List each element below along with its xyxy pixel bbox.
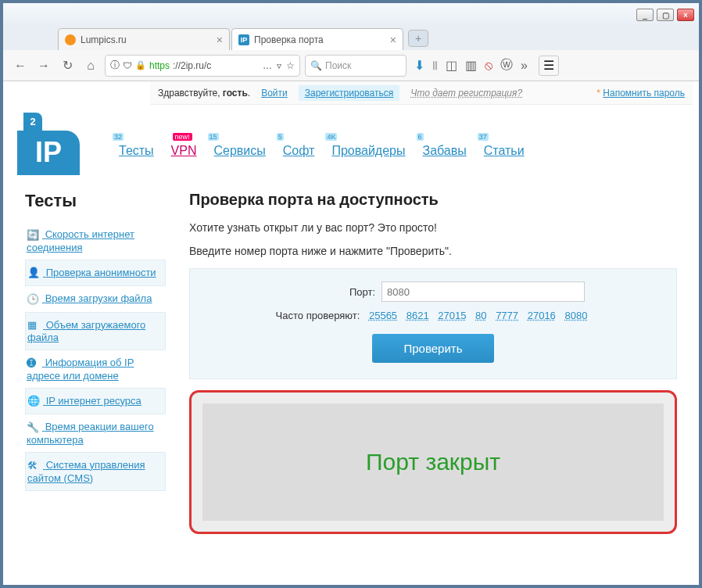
auth-bar: Здравствуйте, гость. Войти Зарегистриров… (150, 81, 693, 105)
site-header: 2 IP 32Тесты new!VPN 15Сервисы 5Софт 4KП… (9, 105, 693, 191)
noscript-icon[interactable]: ⦸ (485, 59, 492, 73)
maximize-button[interactable]: ▢ (657, 9, 674, 21)
site-logo[interactable]: 2 IP (17, 113, 95, 175)
containers-icon[interactable]: ▥ (465, 58, 477, 73)
forward-button[interactable]: → (34, 56, 53, 75)
close-icon[interactable]: × (390, 34, 396, 46)
close-icon[interactable]: × (217, 34, 223, 46)
port-link[interactable]: 7777 (496, 310, 518, 321)
minimize-button[interactable]: _ (636, 9, 654, 21)
port-form: Порт: Часто проверяют: 25565 8621 27015 … (189, 268, 677, 379)
anon-icon: 👤 (27, 267, 40, 279)
overflow-icon[interactable]: » (521, 59, 528, 73)
2ip-icon: IP (238, 34, 249, 45)
clock-icon: 🕒 (27, 293, 39, 306)
home-button[interactable]: ⌂ (81, 56, 100, 75)
tab-label: Lumpics.ru (81, 34, 127, 45)
pocket-icon[interactable]: ▿ (277, 60, 281, 71)
gears-icon: 🔧 (27, 421, 39, 434)
sidebar-item-downloadtime[interactable]: 🕒 Время загрузки файла (25, 286, 166, 312)
sidebar-item-anonymity[interactable]: 👤 Проверка анонимности (25, 260, 166, 287)
main-nav: 32Тесты new!VPN 15Сервисы 5Софт 4KПровай… (119, 113, 525, 158)
result-text: Порт закрыт (366, 449, 500, 475)
often-label: Часто проверяют: (276, 310, 360, 321)
main-content: Проверка порта на доступность Хотите узн… (189, 191, 677, 534)
port-label: Порт: (281, 286, 375, 298)
search-bar[interactable]: 🔍 Поиск (305, 55, 407, 77)
library-icon[interactable]: ⫴ (432, 59, 438, 73)
sidebar: Тесты 🔄 Скорость интернет соединения 👤 П… (25, 191, 166, 534)
search-icon: 🔍 (310, 60, 322, 71)
port-link[interactable]: 27015 (438, 310, 466, 321)
check-button[interactable]: Проверить (372, 334, 493, 363)
tab-port-check[interactable]: IP Проверка порта × (231, 28, 403, 50)
remind-password-link[interactable]: Напомнить пароль (603, 88, 685, 99)
nav-articles[interactable]: 37Статьи (484, 144, 525, 158)
sidebar-item-siteip[interactable]: 🌐 IP интернет ресурса (25, 388, 166, 415)
sidebar-item-reaction[interactable]: 🔧 Время реакции вашего компьютера (25, 414, 166, 452)
what-gives-link[interactable]: Что дает регистрация? (410, 88, 522, 99)
speed-icon: 🔄 (27, 229, 39, 242)
nav-fun[interactable]: 6Забавы (423, 144, 467, 158)
menu-button[interactable]: ☰ (539, 56, 559, 76)
back-button[interactable]: ← (11, 56, 30, 75)
logo-top: 2 (23, 113, 42, 131)
cms-icon: 🛠 (27, 460, 40, 472)
tab-strip: Lumpics.ru × IP Проверка порта × + (3, 27, 699, 50)
close-button[interactable]: × (677, 9, 694, 21)
info-icon[interactable]: ⓘ (110, 59, 120, 72)
register-link[interactable]: Зарегистрироваться (299, 85, 399, 101)
nav-services[interactable]: 15Сервисы (214, 144, 266, 158)
nav-soft[interactable]: 5Софт (283, 144, 315, 158)
nav-providers[interactable]: 4KПровайдеры (331, 144, 405, 158)
sidebar-icon[interactable]: ◫ (446, 58, 457, 73)
search-placeholder: Поиск (325, 60, 351, 71)
port-link[interactable]: 8621 (407, 310, 429, 321)
ip-icon: 🅘 (27, 357, 39, 370)
sidebar-item-cms[interactable]: 🛠 Система управления сайтом (CMS) (25, 452, 166, 491)
file-icon: ▦ (27, 319, 40, 332)
window-titlebar: _ ▢ × (3, 3, 699, 27)
page-title: Проверка порта на доступность (189, 191, 677, 209)
sidebar-title: Тесты (25, 191, 166, 211)
sidebar-item-speed[interactable]: 🔄 Скорость интернет соединения (25, 222, 166, 260)
lock-icon: 🔒 (135, 60, 146, 70)
url-host: ://2ip.ru/c (173, 60, 211, 71)
port-input[interactable] (381, 281, 585, 302)
address-bar[interactable]: ⓘ 🛡 🔒 https://2ip.ru/c … ▿ ☆ (105, 55, 300, 77)
new-tab-button[interactable]: + (408, 30, 428, 47)
port-link[interactable]: 8080 (564, 310, 587, 321)
star-icon: * (596, 88, 600, 99)
shield-icon[interactable]: 🛡 (123, 60, 132, 71)
reload-button[interactable]: ↻ (58, 56, 77, 75)
result-box: Порт закрыт (189, 390, 677, 534)
lumpics-icon (65, 34, 76, 45)
port-link[interactable]: 80 (475, 310, 486, 321)
globe-icon: 🌐 (27, 395, 40, 407)
more-icon[interactable]: … (263, 60, 272, 71)
bookmark-star-icon[interactable]: ☆ (286, 60, 295, 71)
sidebar-item-ipinfo[interactable]: 🅘 Информация об IP адресе или домене (25, 350, 166, 388)
nav-tests[interactable]: 32Тесты (119, 144, 154, 158)
login-link[interactable]: Войти (261, 88, 288, 99)
intro-text-1: Хотите узнать открыт ли у вас порт? Это … (189, 221, 677, 234)
often-checked: Часто проверяют: 25565 8621 27015 80 777… (206, 310, 661, 321)
port-link[interactable]: 27016 (528, 310, 556, 321)
sidebar-item-filesize[interactable]: ▦ Объем загружаемого файла (25, 312, 166, 351)
tab-lumpics[interactable]: Lumpics.ru × (58, 28, 230, 50)
extension-icon[interactable]: ⓦ (500, 57, 513, 74)
nav-vpn[interactable]: new!VPN (171, 144, 197, 158)
browser-toolbar: ← → ↻ ⌂ ⓘ 🛡 🔒 https://2ip.ru/c … ▿ ☆ 🔍 П… (3, 50, 699, 81)
result-inner: Порт закрыт (202, 403, 664, 521)
port-link[interactable]: 25565 (369, 310, 397, 321)
intro-text-2: Введите номер порта ниже и нажмите "Пров… (189, 245, 677, 257)
logo-main: IP (17, 131, 80, 175)
greeting: Здравствуйте, гость. (158, 88, 250, 99)
tab-label: Проверка порта (254, 34, 324, 45)
url-protocol: https (149, 60, 170, 71)
downloads-icon[interactable]: ⬇ (414, 58, 424, 73)
